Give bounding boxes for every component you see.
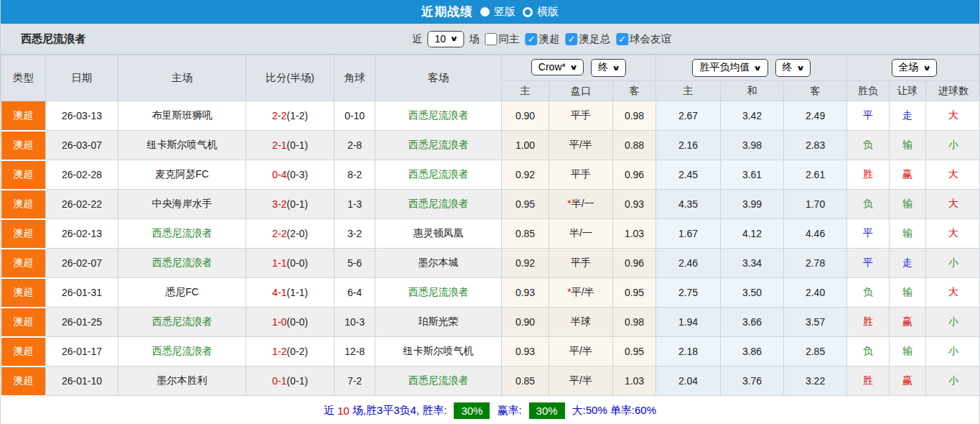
page-title: 近期战绩 xyxy=(421,4,473,20)
away-team[interactable]: 西悉尼流浪者 xyxy=(375,278,502,308)
mean-away: 3.57 xyxy=(784,308,847,337)
games-label: 场 xyxy=(469,32,480,46)
home-team[interactable]: 纽卡斯尔喷气机 xyxy=(118,131,246,160)
result-outcome: 平 xyxy=(847,249,890,278)
score-main: 2-1 xyxy=(272,139,286,151)
score-main: 1-2 xyxy=(272,346,286,357)
match-count-select[interactable]: 10 ∨ xyxy=(427,31,464,47)
score-cell: 2-2(1-2) xyxy=(246,101,335,131)
result-outcome: 平 xyxy=(847,101,890,131)
result-handicap-header: 让球 xyxy=(890,81,926,101)
home-team[interactable]: 悉尼FC xyxy=(118,278,246,308)
away-team[interactable]: 纽卡斯尔喷气机 xyxy=(375,337,502,367)
score-half: (0-1) xyxy=(286,139,308,151)
filter-option-ffa-cup-label: 澳足总 xyxy=(579,32,611,46)
home-team[interactable]: 麦克阿瑟FC xyxy=(118,160,246,190)
table-row: 澳超 26-01-31 悉尼FC 4-1(1-1) 6-4 西悉尼流浪者 0.9… xyxy=(1,278,980,308)
result-outcome: 负 xyxy=(847,131,890,160)
checkbox-same-venue[interactable] xyxy=(485,33,498,45)
mean-draw-header: 和 xyxy=(721,81,784,101)
home-team[interactable]: 布里斯班狮吼 xyxy=(118,101,246,131)
away-team[interactable]: 西悉尼流浪者 xyxy=(375,367,502,396)
odds-rate-badge: 30% xyxy=(529,402,565,419)
corner-cell: 10-3 xyxy=(335,308,375,337)
home-team[interactable]: 墨尔本胜利 xyxy=(118,367,246,396)
league-badge: 澳超 xyxy=(1,101,46,131)
handicap-cell: 平/半 xyxy=(549,337,613,367)
score-half: (0-1) xyxy=(286,198,308,210)
filter-option-a-league[interactable]: 澳超 xyxy=(521,32,560,46)
col-score-header: 比分(半场) xyxy=(246,55,335,101)
result-handicap: 输 xyxy=(890,190,926,219)
score-main: 2-2 xyxy=(272,110,286,121)
filter-option-club-friendly[interactable]: 球会友谊 xyxy=(612,32,671,46)
table-body: 澳超 26-03-13 布里斯班狮吼 2-2(1-2) 0-10 西悉尼流浪者 … xyxy=(1,101,980,396)
away-team[interactable]: 西悉尼流浪者 xyxy=(375,190,502,219)
mean-type-select[interactable]: 胜平负均值 ∨ xyxy=(692,59,767,77)
date-cell: 26-02-13 xyxy=(46,219,118,249)
table-row: 澳超 26-03-07 纽卡斯尔喷气机 2-1(0-1) 2-8 西悉尼流浪者 … xyxy=(1,131,980,160)
layout-option-horizontal-label: 横版 xyxy=(537,5,559,19)
home-team[interactable]: 中央海岸水手 xyxy=(118,190,246,219)
league-badge: 澳超 xyxy=(1,337,46,367)
score-half: (2-0) xyxy=(286,228,308,239)
away-team[interactable]: 珀斯光荣 xyxy=(375,308,502,337)
score-cell: 2-2(2-0) xyxy=(246,219,335,249)
score-cell: 4-1(1-1) xyxy=(246,278,335,308)
odds-company-select[interactable]: Crow* ∨ xyxy=(531,59,584,75)
away-team[interactable]: 西悉尼流浪者 xyxy=(375,131,502,160)
score-cell: 3-2(0-1) xyxy=(246,190,335,219)
checkbox-ffa-cup[interactable] xyxy=(566,33,578,45)
result-goals: 大 xyxy=(926,190,980,219)
handicap-cell: 半球 xyxy=(549,308,613,337)
win-rate-badge: 30% xyxy=(454,402,490,419)
score-half: (0-3) xyxy=(286,169,308,180)
scope-select[interactable]: 全场 ∨ xyxy=(892,59,937,77)
score-half: (0-0) xyxy=(286,257,308,269)
layout-option-vertical[interactable]: 竖版 xyxy=(480,5,515,19)
league-badge: 澳超 xyxy=(1,131,46,160)
away-team[interactable]: 墨尔本城 xyxy=(375,249,502,278)
handicap-cell: 平手 xyxy=(549,101,613,131)
radio-selected-icon[interactable] xyxy=(480,7,490,17)
odds-time-select[interactable]: 终 ∨ xyxy=(591,59,626,77)
home-team[interactable]: 西悉尼流浪者 xyxy=(118,308,246,337)
radio-unselected-icon[interactable] xyxy=(523,7,533,17)
corner-cell: 8-2 xyxy=(335,160,375,190)
home-team[interactable]: 西悉尼流浪者 xyxy=(118,249,246,278)
near-label: 近 xyxy=(412,32,423,46)
handicap-name: 半/一 xyxy=(569,227,592,239)
layout-option-horizontal[interactable]: 横版 xyxy=(523,5,559,19)
filter-option-same-venue[interactable]: 同主 xyxy=(481,32,520,46)
away-team[interactable]: 西悉尼流浪者 xyxy=(375,101,502,131)
score-half: (1-2) xyxy=(286,110,308,121)
home-team[interactable]: 西悉尼流浪者 xyxy=(118,219,246,249)
corner-cell: 3-2 xyxy=(335,219,375,249)
result-goals: 大 xyxy=(926,160,980,190)
odds-away: 0.98 xyxy=(613,101,656,131)
table-row: 澳超 26-01-25 西悉尼流浪者 1-0(0-0) 10-3 珀斯光荣 0.… xyxy=(1,308,980,337)
mean-time-select[interactable]: 终 ∨ xyxy=(775,59,811,77)
away-team[interactable]: 惠灵顿凤凰 xyxy=(375,219,502,249)
summary-record: 场,胜3平3负4, 胜率: xyxy=(353,404,447,418)
result-goals: 大 xyxy=(926,278,980,308)
league-badge: 澳超 xyxy=(1,190,46,219)
mean-away: 4.46 xyxy=(784,219,847,249)
checkbox-club-friendly[interactable] xyxy=(616,33,628,45)
home-team[interactable]: 西悉尼流浪者 xyxy=(118,337,246,367)
chevron-down-icon: ∨ xyxy=(922,64,930,72)
odds-home: 0.90 xyxy=(502,101,549,131)
score-cell: 2-1(0-1) xyxy=(246,131,335,160)
odds-away: 0.96 xyxy=(613,160,656,190)
away-team[interactable]: 西悉尼流浪者 xyxy=(375,160,502,190)
checkbox-a-league[interactable] xyxy=(526,33,538,45)
handicap-cell: *平/半 xyxy=(549,278,613,308)
date-cell: 26-03-07 xyxy=(46,131,118,160)
filter-option-ffa-cup[interactable]: 澳足总 xyxy=(561,32,611,46)
score-main: 0-4 xyxy=(272,169,286,180)
table-row: 澳超 26-02-28 麦克阿瑟FC 0-4(0-3) 8-2 西悉尼流浪者 0… xyxy=(1,160,980,190)
odds-home: 0.93 xyxy=(502,337,549,367)
score-main: 1-1 xyxy=(272,257,286,269)
filter-option-a-league-label: 澳超 xyxy=(539,32,560,46)
handicap-cell: 平手 xyxy=(549,160,613,190)
